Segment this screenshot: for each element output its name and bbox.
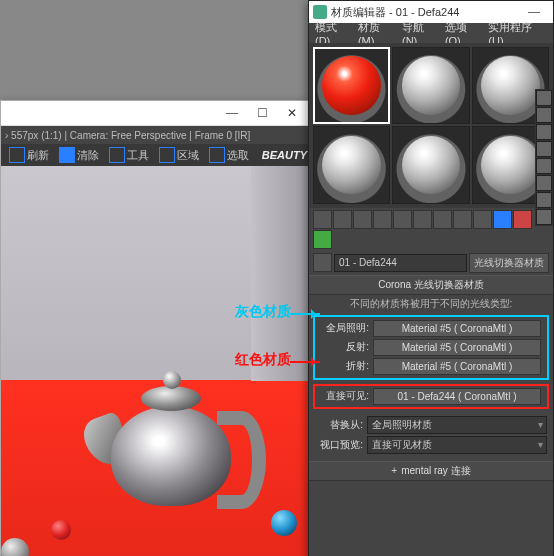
param-direct-value[interactable]: 01 - Defa244 ( CoronaMtl )	[373, 388, 541, 405]
param-reflect-value[interactable]: Material #5 ( CoronaMtl )	[373, 339, 541, 356]
rollout-mentalray[interactable]: +mental ray 连接	[309, 461, 553, 481]
material-sample-slots	[309, 43, 553, 208]
side-tool-icon[interactable]	[536, 209, 552, 225]
side-tool-icon[interactable]	[536, 124, 552, 140]
render-window: — ☐ ✕ › 557px (1:1) | Camera: Free Persp…	[0, 100, 312, 556]
material-type-button[interactable]: 光线切换器材质	[469, 253, 549, 273]
app-icon	[313, 5, 327, 19]
expand-icon: +	[391, 465, 397, 476]
param-replace-from: 替换从: 全局照明材质	[309, 415, 553, 435]
render-sphere-red	[51, 520, 71, 540]
maximize-button[interactable]: ☐	[247, 103, 277, 123]
param-direct-label: 直接可见:	[321, 389, 369, 403]
material-editor-menu: 模式(D) 材质(M) 导航(N) 选项(O) 实用程序(U)	[309, 23, 553, 43]
param-reflect-label: 反射:	[321, 340, 369, 354]
replace-from-dropdown[interactable]: 全局照明材质	[367, 416, 547, 434]
render-mode-label[interactable]: BEAUTY	[262, 149, 307, 161]
param-gi: 全局照明: Material #5 ( CoronaMtl )	[315, 319, 547, 338]
param-refract-label: 折射:	[321, 359, 369, 373]
sample-ball	[481, 136, 540, 195]
param-refract-value[interactable]: Material #5 ( CoronaMtl )	[373, 358, 541, 375]
render-sphere-blue	[271, 510, 297, 536]
mat-tool-icon[interactable]	[313, 230, 332, 249]
mat-tool-icon[interactable]	[353, 210, 372, 229]
mat-tool-icon[interactable]	[473, 210, 492, 229]
mat-tool-icon[interactable]	[453, 210, 472, 229]
sample-ball	[402, 56, 461, 115]
toolbar-tools[interactable]: 工具	[105, 147, 153, 163]
toolbar-select[interactable]: 选取	[205, 147, 253, 163]
eyedropper-icon[interactable]	[313, 253, 332, 272]
sample-ball	[322, 136, 381, 195]
side-tool-icon[interactable]	[536, 107, 552, 123]
mat-tool-icon[interactable]	[493, 210, 512, 229]
toolbar-region[interactable]: 区域	[155, 147, 203, 163]
sample-slot-1[interactable]	[313, 47, 390, 124]
mat-tool-icon[interactable]	[373, 210, 392, 229]
rollout-subtitle: 不同的材质将被用于不同的光线类型:	[309, 295, 553, 313]
sample-ball-red	[322, 56, 381, 115]
side-tool-icon[interactable]	[536, 90, 552, 106]
minimize-button[interactable]: —	[217, 103, 247, 123]
material-toolbar	[309, 208, 553, 251]
param-direct: 直接可见: 01 - Defa244 ( CoronaMtl )	[315, 387, 547, 406]
material-editor: 材质编辑器 - 01 - Defa244 — 模式(D) 材质(M) 导航(N)…	[308, 0, 554, 556]
param-reflect: 反射: Material #5 ( CoronaMtl )	[315, 338, 547, 357]
sample-slot-4[interactable]	[313, 126, 390, 203]
replace-from-label: 替换从:	[315, 418, 363, 432]
param-gi-value[interactable]: Material #5 ( CoronaMtl )	[373, 320, 541, 337]
highlight-box-red: 直接可见: 01 - Defa244 ( CoronaMtl )	[313, 384, 549, 409]
viewport-preview-dropdown[interactable]: 直接可见材质	[367, 436, 547, 454]
viewport-toolbar: 刷新 清除 工具 区域 选取 BEAUTY	[1, 144, 311, 166]
toolbar-refresh[interactable]: 刷新	[5, 147, 53, 163]
side-tool-icon[interactable]	[536, 158, 552, 174]
sample-slot-5[interactable]	[392, 126, 469, 203]
render-window-titlebar: — ☐ ✕	[1, 101, 311, 126]
sample-ball	[402, 136, 461, 195]
render-view	[1, 166, 311, 556]
mat-tool-icon[interactable]	[333, 210, 352, 229]
param-gi-label: 全局照明:	[321, 321, 369, 335]
side-tool-icon[interactable]	[536, 141, 552, 157]
mat-tool-icon[interactable]	[313, 210, 332, 229]
side-tool-icon[interactable]	[536, 192, 552, 208]
viewport-info: › 557px (1:1) | Camera: Free Perspective…	[1, 126, 311, 144]
render-teapot	[81, 366, 261, 516]
mat-tool-icon[interactable]	[393, 210, 412, 229]
sample-ball	[481, 56, 540, 115]
sample-side-toolbar	[535, 89, 553, 226]
param-refract: 折射: Material #5 ( CoronaMtl )	[315, 357, 547, 376]
mat-tool-icon[interactable]	[513, 210, 532, 229]
material-name-field[interactable]: 01 - Defa244	[334, 254, 467, 272]
side-tool-icon[interactable]	[536, 175, 552, 191]
highlight-box-blue: 全局照明: Material #5 ( CoronaMtl ) 反射: Mate…	[313, 315, 549, 380]
render-sphere-grey	[1, 538, 29, 556]
mat-tool-icon[interactable]	[413, 210, 432, 229]
material-name-row: 01 - Defa244 光线切换器材质	[309, 251, 553, 275]
rollout-header[interactable]: Corona 光线切换器材质	[309, 275, 553, 295]
toolbar-clear[interactable]: 清除	[55, 147, 103, 163]
close-button[interactable]: ✕	[277, 103, 307, 123]
viewport-preview-label: 视口预览:	[315, 438, 363, 452]
material-editor-title: 材质编辑器 - 01 - Defa244	[331, 5, 459, 20]
param-viewport-preview: 视口预览: 直接可见材质	[309, 435, 553, 455]
mat-tool-icon[interactable]	[433, 210, 452, 229]
sample-slot-2[interactable]	[392, 47, 469, 124]
